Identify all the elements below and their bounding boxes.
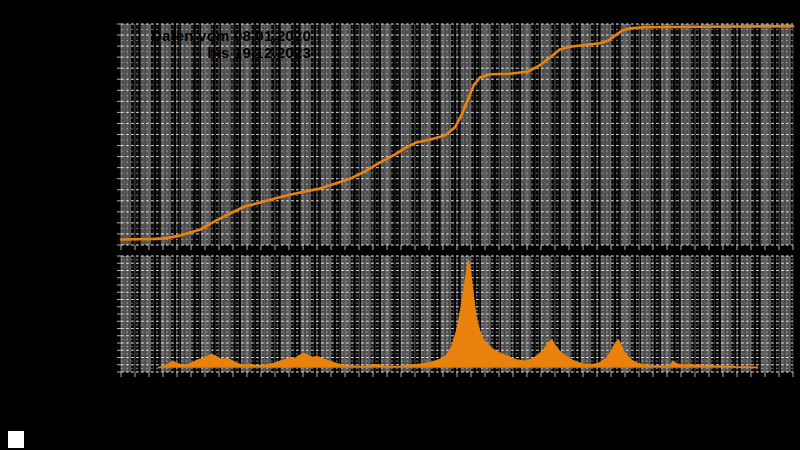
chart-title-line1: Daten vom 08.01.2020: [147, 27, 311, 44]
chart-title: Daten vom 08.01.2020 bis 19.12.2023: [147, 27, 311, 61]
chart-title-line2: bis 19.12.2023: [147, 44, 311, 61]
legend-marker-square: [8, 431, 24, 448]
daily-area-chart: [121, 256, 793, 372]
daily-chart-panel: [121, 256, 793, 372]
chart-canvas: Daten vom 08.01.2020 bis 19.12.2023: [0, 0, 800, 450]
